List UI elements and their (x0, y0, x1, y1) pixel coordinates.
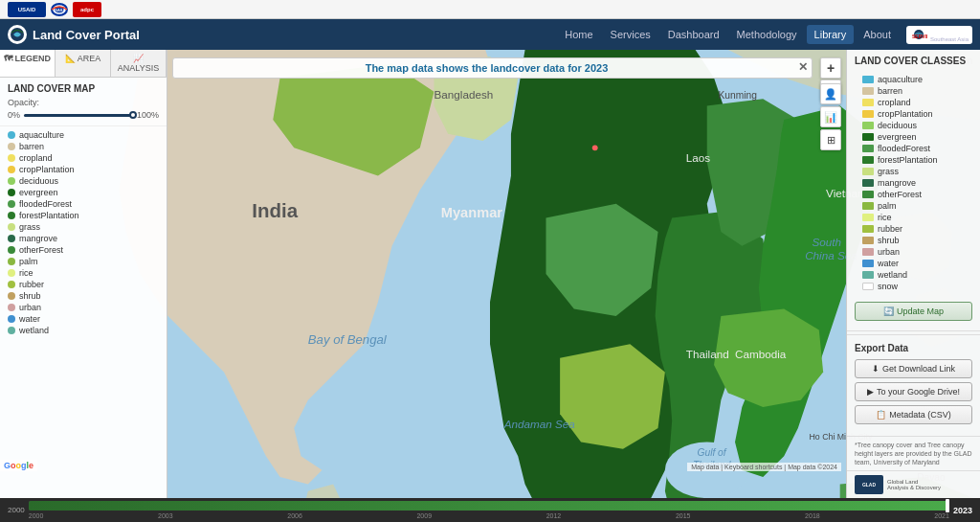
right-legend-bar (862, 110, 874, 118)
legend-label: cropPlantation (19, 165, 75, 174)
svg-text:Andaman Sea: Andaman Sea (503, 418, 576, 430)
legend-item: deciduous (8, 176, 159, 186)
right-legend-bar (862, 283, 874, 290)
nav-dashboard[interactable]: Dashboard (660, 25, 727, 44)
legend-tab-icon: 🗺 (4, 54, 12, 63)
person-icon-button[interactable]: 👤 (820, 83, 841, 104)
right-legend-item: evergreen (862, 131, 965, 143)
right-legend-bar (862, 225, 874, 233)
nav-services[interactable]: Services (603, 25, 658, 44)
map-container[interactable]: Bay of Bengal Andaman Sea South China Se… (0, 50, 980, 498)
right-legend-item: otherForest (862, 189, 965, 200)
legend-dot (8, 131, 15, 139)
year-label: 2006 (287, 512, 302, 519)
servir-text: SERVIR (930, 28, 969, 36)
nav-library[interactable]: Library (807, 25, 855, 44)
right-legend-item: water (862, 258, 965, 269)
tab-legend[interactable]: 🗺 LEGEND (0, 50, 56, 77)
nav-home[interactable]: Home (557, 25, 600, 44)
right-legend-label: shrub (878, 236, 900, 245)
google-drive-icon: ▶ (867, 387, 874, 397)
legend-dot (8, 189, 15, 196)
year-label: 2021 (934, 512, 949, 519)
svg-text:Cambodia: Cambodia (735, 348, 787, 360)
legend-item: mangrove (8, 234, 159, 243)
area-tab-icon: 📐 (65, 54, 76, 63)
right-legend-bar (862, 191, 874, 198)
legend-label: cropland (19, 153, 53, 163)
legend-dot (8, 258, 15, 265)
panel-tabs: 🗺 LEGEND 📐 AREA 📈 ANALYSIS (0, 50, 167, 78)
analysis-tab-icon: 📈 (133, 54, 144, 63)
right-legend-bar (862, 260, 874, 267)
left-panel: 🗺 LEGEND 📐 AREA 📈 ANALYSIS LAND COVER MA… (0, 50, 167, 498)
right-legend-bar (862, 87, 874, 95)
right-legend-bar (862, 202, 874, 210)
legend-dot (8, 200, 15, 208)
tab-analysis[interactable]: 📈 ANALYSIS (111, 50, 167, 77)
adpc-logo (73, 2, 101, 17)
layers-icon: ⊞ (827, 134, 835, 147)
legend-label: urban (19, 303, 41, 312)
chart-icon-button[interactable]: 📊 (820, 106, 841, 127)
land-cover-map-section: LAND COVER MAP Opacity: 0% 100% (0, 78, 167, 126)
usaid-logo (8, 2, 46, 17)
legend-item: aquaculture (8, 130, 159, 140)
legend-dot (8, 166, 15, 173)
legend-item: palm (8, 257, 159, 266)
timeline-handle[interactable] (946, 499, 949, 512)
refresh-icon: 🔄 (883, 306, 894, 316)
svg-text:Laos: Laos (686, 151, 711, 164)
right-legend-bar (862, 248, 874, 256)
legend-dot (8, 143, 15, 150)
opacity-slider[interactable] (24, 114, 133, 117)
glad-text: Global LandAnalysis & Discovery (887, 479, 941, 490)
legend-dot (8, 235, 15, 242)
legend-item: floodedForest (8, 199, 159, 209)
right-legend-bar (862, 168, 874, 175)
legend-item: shrub (8, 291, 159, 301)
right-legend-item: shrub (862, 235, 965, 246)
timeline-fill (29, 501, 949, 511)
right-legend-label: snow (878, 282, 898, 291)
google-drive-button[interactable]: ▶ To your Google Drive! (855, 382, 972, 401)
right-legend-item: palm (862, 200, 965, 212)
right-legend-label: palm (878, 201, 897, 211)
legend-label: evergreen (19, 188, 58, 197)
legend-dot (8, 269, 15, 277)
navbar: Land Cover Portal Home Services Dashboar… (0, 19, 980, 50)
update-map-button[interactable]: 🔄 Update Map (855, 302, 972, 321)
svg-text:India: India (252, 199, 298, 221)
legend-label: shrub (19, 291, 41, 301)
right-legend-label: deciduous (878, 121, 917, 130)
nav-methodology[interactable]: Methodology (729, 25, 805, 44)
legend-item: rice (8, 268, 159, 278)
svg-text:Thailand: Thailand (686, 348, 729, 360)
svg-text:South: South (812, 236, 841, 248)
download-link-button[interactable]: ⬇ Get Download Link (855, 359, 972, 378)
metadata-button[interactable]: 📋 Metadata (CSV) (855, 405, 972, 424)
tab-area[interactable]: 📐 AREA (56, 50, 111, 77)
opacity-row: 0% 100% (8, 110, 159, 120)
timeline-track-container[interactable]: 20002003200620092012201520182021 (29, 501, 949, 519)
svg-point-32 (592, 145, 598, 150)
right-legend-item: barren (862, 85, 965, 97)
timeline-track (29, 501, 949, 511)
right-legend-label: urban (878, 247, 900, 257)
nav-about[interactable]: About (856, 25, 899, 44)
update-map-label: Update Map (897, 306, 944, 316)
banner-close-button[interactable]: ✕ (798, 60, 808, 74)
map-data-attribution: Map data | Keyboard shortcuts | Map data… (687, 463, 841, 471)
legend-dot (8, 304, 15, 311)
metadata-icon: 📋 (876, 410, 886, 420)
analysis-tab-label: ANALYSIS (118, 63, 159, 73)
site-logo: Land Cover Portal (8, 25, 140, 44)
nasa-logo: NASA (50, 2, 69, 17)
right-legend-item: deciduous (862, 120, 965, 131)
zoom-in-button[interactable]: + (820, 57, 841, 79)
legend-dot (8, 327, 15, 334)
layers-icon-button[interactable]: ⊞ (820, 129, 841, 150)
right-legend-label: floodedForest (878, 144, 930, 153)
site-title: Land Cover Portal (33, 28, 140, 42)
legend-label: rice (19, 268, 33, 278)
